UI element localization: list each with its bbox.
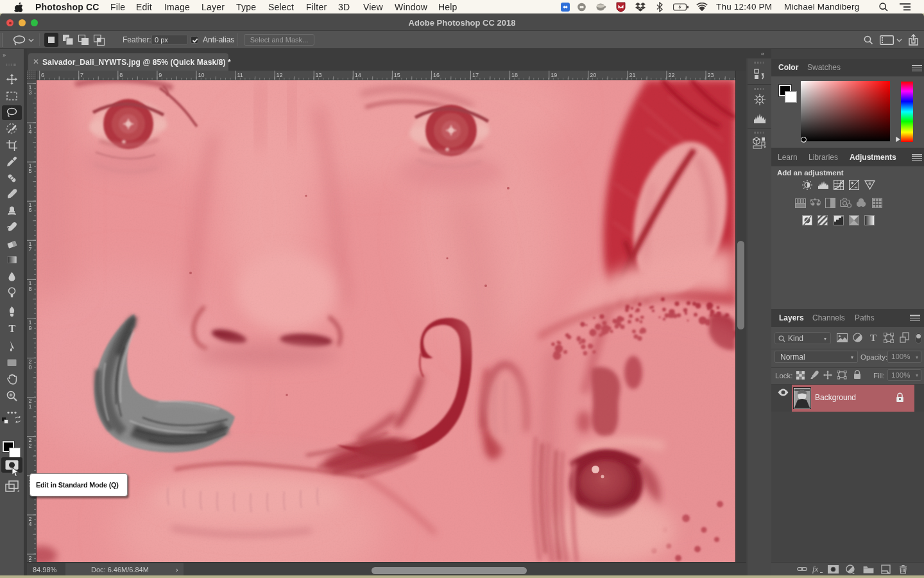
svg-text:T: T <box>9 323 16 334</box>
svg-text:fx: fx <box>812 565 819 574</box>
svg-text:T: T <box>870 333 877 342</box>
